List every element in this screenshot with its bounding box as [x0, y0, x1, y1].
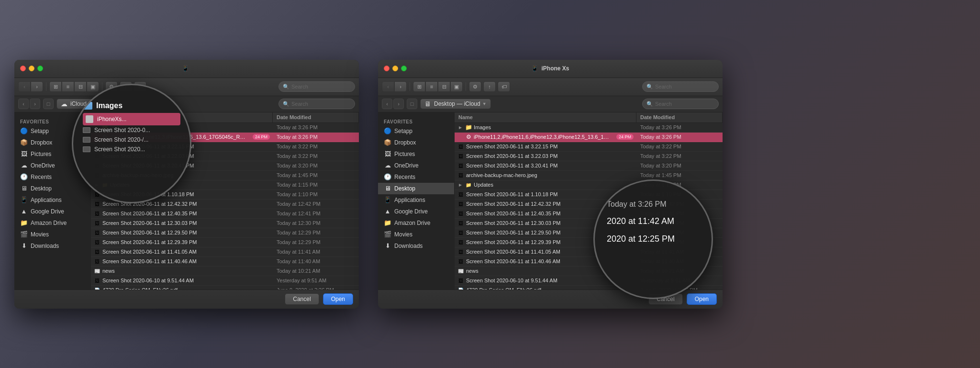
header-date-right: Date Modified	[636, 112, 723, 123]
dropbox-icon-right: 📦	[384, 139, 391, 146]
location-dropdown-right[interactable]: 🖥 Desktop — iCloud ▼	[420, 99, 491, 109]
setapp-icon-right: 🔵	[384, 127, 391, 135]
zoom-ss-icon3-left	[83, 146, 90, 152]
file-row-ss7-left[interactable]: 🖼Screen Shot 2020-06-11 at 12.30.03 PM T…	[91, 219, 359, 228]
onedrive-icon-right: ☁	[384, 162, 391, 169]
file-row-ss1-right[interactable]: 🖼Screen Shot 2020-06-11 at 3.22.15 PM To…	[455, 142, 723, 152]
divider-2-left	[102, 82, 102, 91]
cancel-button-left[interactable]: Cancel	[285, 293, 319, 305]
loc-search-left[interactable]: 🔍 Search	[278, 99, 355, 109]
nav-forward-right[interactable]: ›	[394, 81, 407, 92]
sidebar-item-applications-right[interactable]: 📱 Applications	[378, 194, 454, 206]
file-row-ipsw-right[interactable]: ⚙ iPhone11,2,iPhone11,6,iPhone12,3,iPhon…	[455, 133, 723, 142]
search-container-left[interactable]: 🔍 Search	[278, 81, 355, 92]
sidebar-item-desktop-left[interactable]: 🖥 Desktop	[14, 183, 90, 194]
list-view-right[interactable]: ≡	[425, 81, 438, 92]
open-button-right[interactable]: Open	[687, 293, 717, 305]
file-row-ss10-left[interactable]: 🖼Screen Shot 2020-06-11 at 11.41.05 AM T…	[91, 247, 359, 257]
path-button-right[interactable]: □	[407, 99, 417, 109]
nav-back-left[interactable]: ‹	[18, 81, 31, 92]
minimize-button-left[interactable]	[29, 66, 34, 71]
tag-button-right[interactable]: 🏷	[498, 81, 510, 92]
column-view-left[interactable]: ⊟	[74, 81, 87, 92]
zoom-ss-label3-left: Screen Shot 2020...	[94, 146, 145, 153]
sidebar-item-desktop-right[interactable]: 🖥 Desktop	[378, 183, 454, 194]
applications-label-left: Applications	[31, 197, 62, 203]
maximize-button-left[interactable]	[37, 66, 43, 71]
minimize-button-right[interactable]	[392, 66, 398, 71]
column-view-right[interactable]: ⊟	[438, 81, 450, 92]
sidebar-item-movies-left[interactable]: 🎬 Movies	[14, 229, 90, 240]
sidebar-item-pictures-right[interactable]: 🖼 Pictures	[378, 148, 454, 160]
open-button-left[interactable]: Open	[323, 293, 353, 305]
sidebar-item-google-drive-right[interactable]: ▲ Google Drive	[378, 206, 454, 217]
ipsw-icon-right: ⚙	[465, 134, 472, 140]
loc-search-right[interactable]: 🔍 Search	[642, 99, 719, 109]
google-drive-label-left: Google Drive	[31, 208, 64, 215]
loc-forward-left[interactable]: ›	[30, 99, 40, 109]
desktop-label-right: Desktop	[394, 185, 415, 192]
zoom-ss-row2-left: Screen Shot 2020-/...	[83, 135, 180, 145]
loc-search-text-left: Search	[291, 101, 308, 107]
sidebar-item-recents-left[interactable]: 🕐 Recents	[14, 171, 90, 183]
file-row-ss2-right[interactable]: 🖼Screen Shot 2020-06-11 at 3.22.03 PM To…	[455, 152, 723, 161]
file-row-ss12-left[interactable]: 🖼Screen Shot 2020-06-10 at 9.51.44 AM Ye…	[91, 276, 359, 286]
google-drive-label-right: Google Drive	[394, 208, 428, 215]
phone-icon-right: 📱	[531, 65, 538, 72]
sidebar-item-amazon-drive-left[interactable]: 📁 Amazon Drive	[14, 217, 90, 229]
file-row-ss11-left[interactable]: 🖼Screen Shot 2020-06-11 at 11.40.46 AM T…	[91, 257, 359, 267]
close-button-right[interactable]	[384, 66, 390, 71]
loc-back-left[interactable]: ‹	[18, 99, 29, 109]
sidebar-item-setapp-right[interactable]: 🔵 Setapp	[378, 125, 454, 137]
icon-view-left[interactable]: ⊞	[49, 81, 62, 92]
maximize-button-right[interactable]	[401, 66, 407, 71]
icon-view-right[interactable]: ⊞	[413, 81, 425, 92]
icloud-icon-left: ☁	[61, 100, 67, 108]
loc-back-right[interactable]: ‹	[382, 99, 392, 109]
file-row-pdf-left[interactable]: 📄4730 Pro Series OM_ENv26.pdf June 9, 20…	[91, 286, 359, 290]
nav-forward-left[interactable]: ›	[31, 81, 43, 92]
gallery-view-right[interactable]: ▣	[450, 81, 463, 92]
view-buttons-left: ‹ ›	[18, 81, 43, 92]
file-name-images-right: ▶ 📁 Images	[455, 124, 636, 131]
file-row-ss8-left[interactable]: 🖼Screen Shot 2020-06-11 at 12.29.50 PM T…	[91, 228, 359, 238]
file-row-archive-right[interactable]: 🖼archive-backup-mac-hero.jpeg Today at 1…	[455, 171, 723, 180]
sidebar-item-google-drive-left[interactable]: ▲ Google Drive	[14, 206, 90, 217]
search-container-right[interactable]: 🔍 Search	[642, 81, 719, 92]
nav-back-right[interactable]: ‹	[382, 81, 394, 92]
toolbar-right: ‹ › ⊞ ≡ ⊟ ▣ ⚙ ↑ 🏷 🔍 Search	[378, 78, 723, 96]
downloads-icon-right: ⬇	[384, 242, 391, 250]
loc-search-icon-left: 🔍	[283, 101, 290, 107]
share-button-right[interactable]: ↑	[483, 81, 496, 92]
file-row-news-left[interactable]: 📰news Today at 10:21 AM	[91, 267, 359, 276]
action-button-right[interactable]: ⚙	[469, 81, 481, 92]
loc-forward-right[interactable]: ›	[393, 99, 404, 109]
sidebar-item-recents-right[interactable]: 🕐 Recents	[378, 171, 454, 183]
traffic-lights-left	[20, 66, 43, 71]
sidebar-item-movies-right[interactable]: 🎬 Movies	[378, 229, 454, 240]
sidebar-item-dropbox-right[interactable]: 📦 Dropbox	[378, 137, 454, 148]
gallery-view-left[interactable]: ▣	[87, 81, 99, 92]
file-date-images-right: Today at 3:26 PM	[636, 124, 723, 130]
file-row-images-right[interactable]: ▶ 📁 Images Today at 3:26 PM	[455, 123, 723, 133]
file-row-ss3-right[interactable]: 🖼Screen Shot 2020-06-11 at 3.20.41 PM To…	[455, 161, 723, 171]
recents-label-right: Recents	[394, 174, 415, 180]
close-button-left[interactable]	[20, 66, 26, 71]
sidebar-item-amazon-drive-right[interactable]: 📁 Amazon Drive	[378, 217, 454, 229]
sidebar-item-applications-left[interactable]: 📱 Applications	[14, 194, 90, 206]
movies-icon-left: 🎬	[20, 231, 28, 238]
sidebar-item-downloads-right[interactable]: ⬇ Downloads	[378, 240, 454, 252]
dropdown-chevron-right: ▼	[482, 101, 487, 106]
zoom-folder-row-left: Images	[83, 100, 180, 112]
list-view-left[interactable]: ≡	[62, 81, 74, 92]
file-row-ss9-left[interactable]: 🖼Screen Shot 2020-06-11 at 12.29.39 PM T…	[91, 238, 359, 247]
location-bar-right: ‹ › □ 🖥 Desktop — iCloud ▼ 🔍 Search	[378, 96, 723, 112]
downloads-label-left: Downloads	[31, 243, 59, 249]
search-icon-right: 🔍	[646, 84, 653, 90]
file-row-ss6-left[interactable]: 🖼Screen Shot 2020-06-11 at 12.40.35 PM T…	[91, 209, 359, 219]
zoom-ipsw-icon-left	[86, 115, 93, 123]
sidebar-item-downloads-left[interactable]: ⬇ Downloads	[14, 240, 90, 252]
path-button-left[interactable]: □	[43, 99, 54, 109]
sidebar-item-onedrive-right[interactable]: ☁ OneDrive	[378, 160, 454, 171]
location-bar-left: ‹ › □ ☁ iCloud ▼ 🔍 Search	[14, 96, 359, 112]
